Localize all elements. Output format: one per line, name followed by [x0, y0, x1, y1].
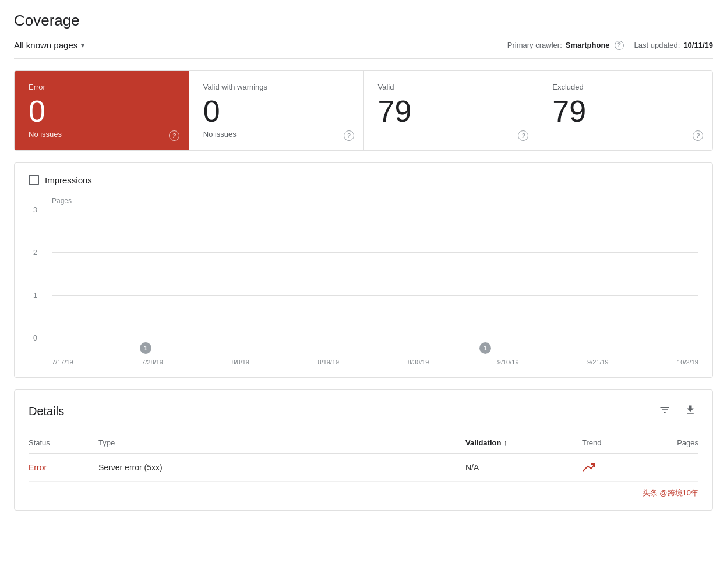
primary-crawler-label: Primary crawler: [507, 41, 562, 49]
col-type: Type [98, 438, 465, 447]
y-axis-label: Pages [52, 197, 698, 205]
impressions-label: Impressions [45, 175, 92, 185]
x-axis: 7/17/19 7/28/19 8/8/19 8/19/19 8/30/19 9… [52, 359, 698, 366]
bars-container [52, 210, 698, 338]
col-validation: Validation ↑ [465, 438, 582, 447]
page-title: Coverage [14, 12, 713, 30]
filter-label: All known pages [14, 40, 77, 50]
event-dot-2: 1 [479, 342, 491, 354]
card-error: Error 0 No issues ? [15, 71, 189, 150]
filter-button[interactable] [657, 402, 673, 421]
x-tick-4: 8/30/19 [408, 359, 429, 366]
col-pages: Pages [652, 438, 698, 447]
download-button[interactable] [682, 402, 698, 421]
last-updated-label: Last updated: [634, 41, 680, 49]
details-actions [657, 402, 698, 421]
col-trend: Trend [582, 438, 652, 447]
gridline-3: 3 [52, 210, 698, 210]
col-status: Status [29, 438, 98, 447]
x-tick-0: 7/17/19 [52, 359, 73, 366]
y-tick-3: 3 [33, 206, 37, 214]
chart-section: Impressions Pages 3 2 1 0 [14, 162, 713, 378]
help-icon-error[interactable]: ? [169, 130, 179, 141]
help-icon-warnings[interactable]: ? [344, 130, 354, 141]
event-dot-1: 1 [140, 342, 151, 354]
x-tick-6: 9/21/19 [587, 359, 609, 366]
row-validation: N/A [465, 463, 582, 472]
card-warnings-number: 0 [203, 96, 350, 126]
last-updated-value: 10/11/19 [683, 41, 713, 49]
chart-area: Pages 3 2 1 0 [29, 197, 698, 366]
card-valid-warnings: Valid with warnings 0 No issues ? [189, 71, 364, 150]
x-tick-7: 10/2/19 [677, 359, 698, 366]
toolbar: All known pages ▾ Primary crawler: Smart… [14, 40, 713, 59]
status-cards: Error 0 No issues ? Valid with warnings … [14, 70, 713, 151]
card-warnings-sub: No issues [203, 130, 350, 139]
y-tick-2: 2 [33, 249, 37, 257]
card-error-sub: No issues [29, 130, 175, 139]
card-error-number: 0 [29, 96, 175, 126]
filter-dropdown[interactable]: All known pages ▾ [14, 40, 84, 50]
gridline-1: 1 [52, 295, 698, 296]
card-error-label: Error [29, 83, 175, 91]
table-row[interactable]: Error Server error (5xx) N/A [29, 454, 698, 482]
details-header: Details [29, 402, 698, 421]
impressions-checkbox[interactable] [29, 175, 39, 185]
card-excluded-label: Excluded [552, 83, 698, 91]
x-tick-1: 7/28/19 [142, 359, 163, 366]
watermark-area: 头条 @跨境10年 [29, 482, 698, 498]
gridline-0: 0 [52, 338, 698, 338]
row-type: Server error (5xx) [98, 463, 465, 472]
x-tick-2: 8/8/19 [231, 359, 249, 366]
card-warnings-label: Valid with warnings [203, 83, 350, 91]
card-excluded-number: 79 [552, 96, 698, 126]
impressions-toggle: Impressions [29, 175, 698, 185]
help-icon-crawler[interactable]: ? [615, 41, 624, 50]
card-excluded: Excluded 79 ? [538, 71, 712, 150]
help-icon-valid[interactable]: ? [518, 130, 528, 141]
x-tick-5: 9/10/19 [497, 359, 519, 366]
chart-canvas: 3 2 1 0 [52, 210, 698, 338]
details-section: Details Status Type Validation [14, 389, 713, 511]
row-status: Error [29, 463, 98, 472]
help-icon-excluded[interactable]: ? [693, 130, 703, 141]
gridline-2: 2 [52, 252, 698, 253]
event-marker-1: 1 [140, 342, 151, 354]
x-tick-3: 8/19/19 [317, 359, 339, 366]
card-valid-number: 79 [378, 96, 524, 126]
table-header: Status Type Validation ↑ Trend Pages [29, 433, 698, 454]
sort-arrow-icon: ↑ [503, 438, 507, 447]
chevron-down-icon: ▾ [81, 41, 84, 49]
watermark-text: 头条 @跨境10年 [643, 488, 698, 498]
crawler-name: Smartphone [566, 41, 610, 49]
y-tick-1: 1 [33, 292, 37, 300]
details-title: Details [29, 405, 64, 418]
card-valid: Valid 79 ? [364, 71, 539, 150]
event-marker-2: 1 [479, 342, 491, 354]
y-tick-0: 0 [33, 334, 37, 342]
card-valid-label: Valid [378, 83, 524, 91]
crawler-info: Primary crawler: Smartphone ? Last updat… [507, 41, 713, 50]
row-trend [582, 462, 652, 473]
